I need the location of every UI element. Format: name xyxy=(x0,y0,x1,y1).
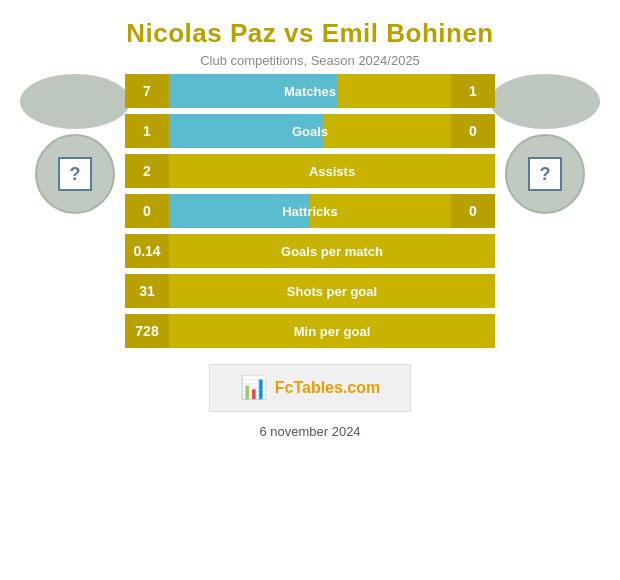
stat-right-val-matches: 1 xyxy=(451,74,495,108)
stat-label-min_per_goal: Min per goal xyxy=(169,314,495,348)
footer-date: 6 november 2024 xyxy=(259,424,360,439)
stat-left-val-hattricks: 0 xyxy=(125,194,169,228)
stat-right-val-goals: 0 xyxy=(451,114,495,148)
page-wrapper: Nicolas Paz vs Emil Bohinen Club competi… xyxy=(0,0,620,580)
stat-label-goals_per_match: Goals per match xyxy=(169,234,495,268)
right-player-icon: ? xyxy=(528,157,562,191)
right-ellipse-decoration xyxy=(490,74,600,129)
stat-row-shots_per_goal: 31Shots per goal xyxy=(125,274,495,308)
left-ellipse-decoration xyxy=(20,74,130,129)
stat-label-hattricks: Hattricks xyxy=(169,194,451,228)
left-player-icon: ? xyxy=(58,157,92,191)
left-player-column: ? xyxy=(20,74,130,214)
stats-container: 7Matches11Goals02Assists0Hattricks00.14G… xyxy=(125,74,495,348)
stat-label-text-hattricks: Hattricks xyxy=(282,204,338,219)
stat-label-text-min_per_goal: Min per goal xyxy=(294,324,371,339)
stat-row-hattricks: 0Hattricks0 xyxy=(125,194,495,228)
right-player-column: ? xyxy=(490,74,600,214)
stat-label-text-matches: Matches xyxy=(284,84,336,99)
page-subtitle: Club competitions, Season 2024/2025 xyxy=(126,53,494,68)
right-player-avatar: ? xyxy=(505,134,585,214)
avatars-and-stats: ? 7Matches11Goals02Assists0Hattricks00.1… xyxy=(0,74,620,348)
header: Nicolas Paz vs Emil Bohinen Club competi… xyxy=(106,0,514,74)
stat-row-assists: 2Assists xyxy=(125,154,495,188)
stat-right-val-hattricks: 0 xyxy=(451,194,495,228)
logo-fc: Fc xyxy=(275,379,294,396)
stat-label-shots_per_goal: Shots per goal xyxy=(169,274,495,308)
stat-row-goals: 1Goals0 xyxy=(125,114,495,148)
logo-text: FcTables.com xyxy=(275,379,381,397)
stat-label-text-goals: Goals xyxy=(292,124,328,139)
stat-label-text-assists: Assists xyxy=(309,164,355,179)
stat-left-val-min_per_goal: 728 xyxy=(125,314,169,348)
stat-row-min_per_goal: 728Min per goal xyxy=(125,314,495,348)
stat-left-val-goals_per_match: 0.14 xyxy=(125,234,169,268)
logo-icon: 📊 xyxy=(240,375,267,401)
stat-label-matches: Matches xyxy=(169,74,451,108)
left-player-avatar: ? xyxy=(35,134,115,214)
comparison-area: ? 7Matches11Goals02Assists0Hattricks00.1… xyxy=(0,74,620,348)
stat-label-goals: Goals xyxy=(169,114,451,148)
stat-row-goals_per_match: 0.14Goals per match xyxy=(125,234,495,268)
stat-left-val-goals: 1 xyxy=(125,114,169,148)
stat-label-text-shots_per_goal: Shots per goal xyxy=(287,284,377,299)
stat-label-text-goals_per_match: Goals per match xyxy=(281,244,383,259)
stat-label-assists: Assists xyxy=(169,154,495,188)
logo-tables: Tables.com xyxy=(293,379,380,396)
page-title: Nicolas Paz vs Emil Bohinen xyxy=(126,18,494,49)
stat-left-val-assists: 2 xyxy=(125,154,169,188)
stat-left-val-shots_per_goal: 31 xyxy=(125,274,169,308)
stat-left-val-matches: 7 xyxy=(125,74,169,108)
logo-area: 📊 FcTables.com xyxy=(209,364,412,412)
stat-row-matches: 7Matches1 xyxy=(125,74,495,108)
